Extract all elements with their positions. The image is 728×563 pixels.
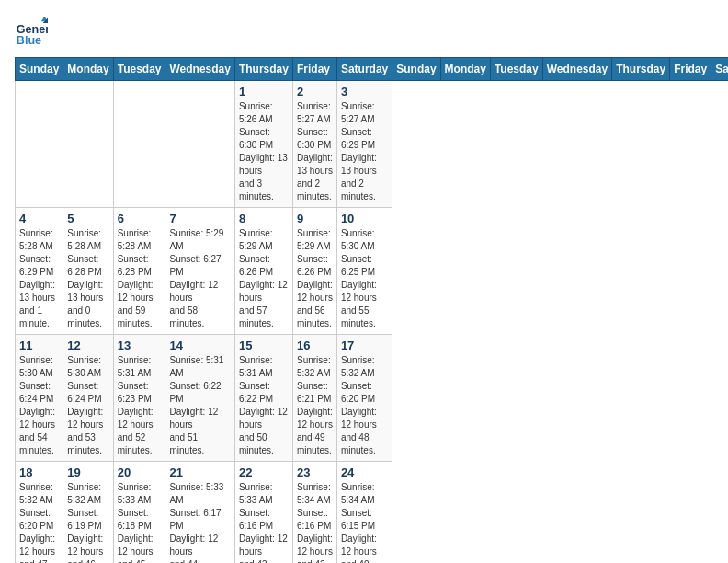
day-number: 14 [169,339,230,352]
day-header-saturday: Saturday [336,58,392,81]
day-number: 13 [118,339,162,352]
day-info: Sunrise: 5:31 AM Sunset: 6:22 PM Dayligh… [239,354,289,457]
calendar-cell: 17Sunrise: 5:32 AM Sunset: 6:20 PM Dayli… [336,335,392,462]
svg-text:Blue: Blue [17,34,41,47]
calendar-cell: 13Sunrise: 5:31 AM Sunset: 6:23 PM Dayli… [113,335,165,462]
day-number: 5 [67,212,108,225]
day-info: Sunrise: 5:29 AM Sunset: 6:26 PM Dayligh… [297,227,333,330]
day-number: 2 [297,85,333,98]
calendar-cell: 12Sunrise: 5:30 AM Sunset: 6:24 PM Dayli… [63,335,113,462]
day-number: 4 [19,212,59,225]
day-info: Sunrise: 5:32 AM Sunset: 6:19 PM Dayligh… [67,481,108,563]
calendar-cell: 20Sunrise: 5:33 AM Sunset: 6:18 PM Dayli… [113,462,165,564]
day-info: Sunrise: 5:26 AM Sunset: 6:30 PM Dayligh… [239,100,289,203]
day-info: Sunrise: 5:27 AM Sunset: 6:29 PM Dayligh… [341,100,388,203]
calendar-cell: 19Sunrise: 5:32 AM Sunset: 6:19 PM Dayli… [63,462,113,564]
day-info: Sunrise: 5:34 AM Sunset: 6:15 PM Dayligh… [341,481,388,563]
day-info: Sunrise: 5:30 AM Sunset: 6:24 PM Dayligh… [67,354,108,457]
day-number: 9 [297,212,333,225]
day-number: 24 [341,465,388,479]
calendar-cell: 21Sunrise: 5:33 AM Sunset: 6:17 PM Dayli… [165,462,234,564]
calendar-cell: 9Sunrise: 5:29 AM Sunset: 6:26 PM Daylig… [292,208,336,335]
calendar-cell [165,81,234,208]
day-number: 6 [118,212,162,225]
day-number: 23 [297,465,333,479]
calendar-cell: 16Sunrise: 5:32 AM Sunset: 6:21 PM Dayli… [292,335,336,462]
day-header-friday: Friday [292,58,336,81]
calendar-cell: 11Sunrise: 5:30 AM Sunset: 6:24 PM Dayli… [16,335,63,462]
calendar-cell: 22Sunrise: 5:33 AM Sunset: 6:16 PM Dayli… [234,462,292,564]
calendar-cell [63,81,113,208]
calendar-cell: 5Sunrise: 5:28 AM Sunset: 6:28 PM Daylig… [63,208,113,335]
day-number: 15 [239,339,289,352]
calendar-cell: 15Sunrise: 5:31 AM Sunset: 6:22 PM Dayli… [234,335,292,462]
page-header: General Blue [15,15,713,48]
day-header-thursday: Thursday [612,58,670,81]
calendar-cell [113,81,165,208]
day-number: 18 [19,465,59,479]
calendar-week-4: 18Sunrise: 5:32 AM Sunset: 6:20 PM Dayli… [16,462,729,564]
day-header-monday: Monday [63,58,113,81]
calendar-cell: 24Sunrise: 5:34 AM Sunset: 6:15 PM Dayli… [336,462,392,564]
day-number: 17 [341,339,388,352]
calendar-cell: 8Sunrise: 5:29 AM Sunset: 6:26 PM Daylig… [234,208,292,335]
calendar-cell: 10Sunrise: 5:30 AM Sunset: 6:25 PM Dayli… [336,208,392,335]
day-header-friday: Friday [670,58,711,81]
calendar-week-1: 1Sunrise: 5:26 AM Sunset: 6:30 PM Daylig… [16,81,729,208]
calendar-table: SundayMondayTuesdayWednesdayThursdayFrid… [15,57,728,563]
day-info: Sunrise: 5:28 AM Sunset: 6:29 PM Dayligh… [19,227,59,330]
day-header-wednesday: Wednesday [542,58,611,81]
day-info: Sunrise: 5:30 AM Sunset: 6:25 PM Dayligh… [341,227,388,330]
calendar-week-2: 4Sunrise: 5:28 AM Sunset: 6:29 PM Daylig… [16,208,729,335]
day-number: 16 [297,339,333,352]
day-number: 3 [341,85,388,98]
day-info: Sunrise: 5:33 AM Sunset: 6:17 PM Dayligh… [169,481,230,563]
day-header-wednesday: Wednesday [165,58,234,81]
day-info: Sunrise: 5:30 AM Sunset: 6:24 PM Dayligh… [19,354,59,457]
day-info: Sunrise: 5:34 AM Sunset: 6:16 PM Dayligh… [297,481,333,563]
calendar-cell: 7Sunrise: 5:29 AM Sunset: 6:27 PM Daylig… [165,208,234,335]
calendar-cell: 1Sunrise: 5:26 AM Sunset: 6:30 PM Daylig… [234,81,292,208]
day-number: 19 [67,465,108,479]
logo: General Blue [15,15,48,48]
calendar-cell [16,81,63,208]
day-number: 1 [239,85,289,98]
logo-icon: General Blue [15,15,48,48]
day-info: Sunrise: 5:32 AM Sunset: 6:21 PM Dayligh… [297,354,333,457]
day-header-tuesday: Tuesday [113,58,165,81]
day-number: 22 [239,465,289,479]
day-number: 21 [169,465,230,479]
calendar-cell: 23Sunrise: 5:34 AM Sunset: 6:16 PM Dayli… [292,462,336,564]
day-info: Sunrise: 5:33 AM Sunset: 6:16 PM Dayligh… [239,481,289,563]
calendar-week-3: 11Sunrise: 5:30 AM Sunset: 6:24 PM Dayli… [16,335,729,462]
day-info: Sunrise: 5:28 AM Sunset: 6:28 PM Dayligh… [67,227,108,330]
calendar-cell: 14Sunrise: 5:31 AM Sunset: 6:22 PM Dayli… [165,335,234,462]
day-number: 10 [341,212,388,225]
day-header-saturday: Saturday [711,58,728,81]
day-info: Sunrise: 5:32 AM Sunset: 6:20 PM Dayligh… [19,481,59,563]
calendar-cell: 2Sunrise: 5:27 AM Sunset: 6:30 PM Daylig… [292,81,336,208]
calendar-cell: 18Sunrise: 5:32 AM Sunset: 6:20 PM Dayli… [16,462,63,564]
day-number: 20 [118,465,162,479]
day-header-monday: Monday [440,58,490,81]
calendar-header-row: SundayMondayTuesdayWednesdayThursdayFrid… [16,58,729,81]
day-header-sunday: Sunday [16,58,63,81]
day-number: 7 [169,212,230,225]
day-info: Sunrise: 5:33 AM Sunset: 6:18 PM Dayligh… [118,481,162,563]
calendar-cell: 6Sunrise: 5:28 AM Sunset: 6:28 PM Daylig… [113,208,165,335]
day-info: Sunrise: 5:32 AM Sunset: 6:20 PM Dayligh… [341,354,388,457]
day-info: Sunrise: 5:28 AM Sunset: 6:28 PM Dayligh… [118,227,162,330]
calendar-cell: 3Sunrise: 5:27 AM Sunset: 6:29 PM Daylig… [336,81,392,208]
day-header-tuesday: Tuesday [490,58,542,81]
day-info: Sunrise: 5:31 AM Sunset: 6:23 PM Dayligh… [118,354,162,457]
day-info: Sunrise: 5:29 AM Sunset: 6:26 PM Dayligh… [239,227,289,330]
day-number: 11 [19,339,59,352]
day-header-sunday: Sunday [392,58,440,81]
calendar-cell: 4Sunrise: 5:28 AM Sunset: 6:29 PM Daylig… [16,208,63,335]
day-info: Sunrise: 5:29 AM Sunset: 6:27 PM Dayligh… [169,227,230,330]
day-header-thursday: Thursday [234,58,292,81]
day-number: 12 [67,339,108,352]
day-info: Sunrise: 5:31 AM Sunset: 6:22 PM Dayligh… [169,354,230,457]
day-number: 8 [239,212,289,225]
day-info: Sunrise: 5:27 AM Sunset: 6:30 PM Dayligh… [297,100,333,203]
